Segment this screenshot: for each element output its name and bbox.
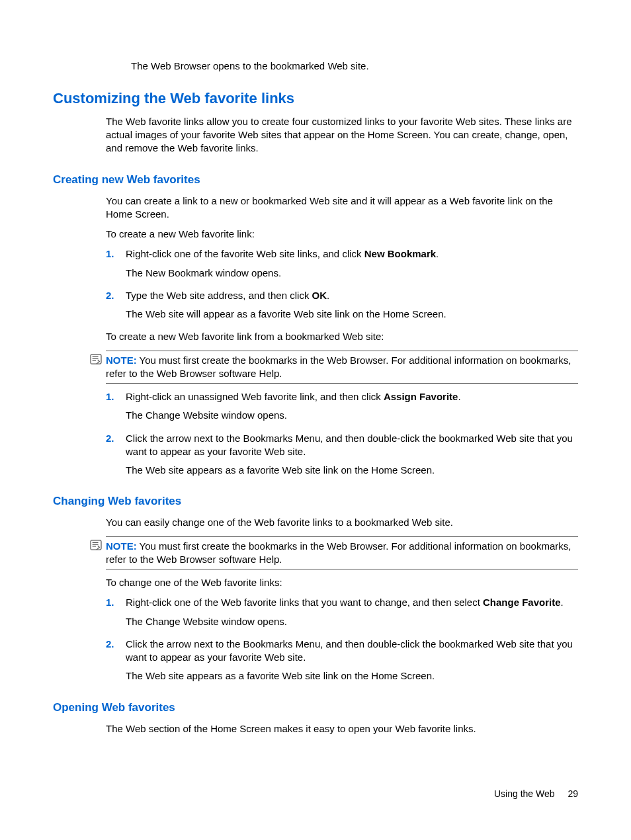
step-result: The Web site will appear as a favorite W… (126, 308, 578, 321)
document-page: The Web Browser opens to the bookmarked … (0, 0, 631, 840)
note-box: NOTE: You must first create the bookmark… (106, 351, 578, 384)
note-box: NOTE: You must first create the bookmark… (106, 536, 578, 570)
step-text: Type the Web site address, and then clic… (126, 289, 578, 302)
footer-section: Using the Web (494, 788, 555, 799)
heading-customizing: Customizing the Web favorite links (53, 89, 578, 108)
creating-steps-list-a: 2. Type the Web site address, and then c… (106, 289, 578, 302)
step-number: 2. (106, 289, 126, 302)
list-item: 2. Type the Web site address, and then c… (106, 289, 578, 302)
note-text: You must first create the bookmarks in t… (106, 355, 571, 379)
step-result: The New Bookmark window opens. (126, 267, 578, 280)
note-label: NOTE: (106, 355, 137, 366)
step-result: The Web site appears as a favorite Web s… (126, 669, 578, 683)
creating-p1: You can create a link to a new or bookma… (106, 194, 578, 222)
creating-steps-list-b: 1. Right-click an unassigned Web favorit… (106, 390, 578, 403)
changing-steps-list: 2. Click the arrow next to the Bookmarks… (106, 638, 578, 665)
creating-p2: To create a new Web favorite link: (106, 228, 578, 241)
note-text: You must first create the bookmarks in t… (106, 540, 571, 565)
creating-p3: To create a new Web favorite link from a… (106, 330, 578, 343)
changing-p1: You can easily change one of the Web fav… (106, 516, 578, 529)
step-text: Right-click an unassigned Web favorite l… (126, 390, 578, 403)
step-text: Click the arrow next to the Bookmarks Me… (126, 638, 578, 665)
note-icon (90, 540, 102, 550)
step-result: The Change Website window opens. (126, 615, 578, 628)
list-item: 2. Click the arrow next to the Bookmarks… (106, 432, 578, 459)
intro-result-text: The Web Browser opens to the bookmarked … (131, 60, 578, 73)
changing-p2: To change one of the Web favorite links: (106, 576, 578, 589)
page-footer: Using the Web 29 (494, 788, 578, 800)
step-text: Right-click one of the favorite Web site… (126, 247, 578, 261)
step-number: 1. (106, 390, 126, 403)
list-item: 2. Click the arrow next to the Bookmarks… (106, 638, 578, 665)
heading-changing: Changing Web favorites (53, 494, 578, 509)
heading-creating: Creating new Web favorites (53, 173, 578, 188)
svg-rect-1 (91, 540, 101, 549)
creating-steps-list-b: 2. Click the arrow next to the Bookmarks… (106, 432, 578, 459)
step-number: 2. (106, 638, 126, 651)
step-number: 1. (106, 247, 126, 261)
customizing-paragraph: The Web favorite links allow you to crea… (106, 115, 578, 155)
step-text: Right-click one of the Web favorite link… (126, 596, 578, 609)
changing-steps-list: 1. Right-click one of the Web favorite l… (106, 596, 578, 609)
opening-p1: The Web section of the Home Screen makes… (106, 722, 578, 735)
list-item: 1. Right-click one of the favorite Web s… (106, 247, 578, 261)
step-number: 2. (106, 432, 126, 445)
note-label: NOTE: (106, 540, 137, 552)
step-text: Click the arrow next to the Bookmarks Me… (126, 432, 578, 459)
step-number: 1. (106, 596, 126, 609)
svg-rect-0 (91, 355, 101, 364)
list-item: 1. Right-click one of the Web favorite l… (106, 596, 578, 609)
creating-steps-list-a: 1. Right-click one of the favorite Web s… (106, 247, 578, 261)
footer-page-number: 29 (568, 788, 578, 799)
list-item: 1. Right-click an unassigned Web favorit… (106, 390, 578, 403)
note-icon (90, 354, 102, 364)
heading-opening: Opening Web favorites (53, 700, 578, 716)
step-result: The Web site appears as a favorite Web s… (126, 464, 578, 477)
step-result: The Change Website window opens. (126, 409, 578, 422)
